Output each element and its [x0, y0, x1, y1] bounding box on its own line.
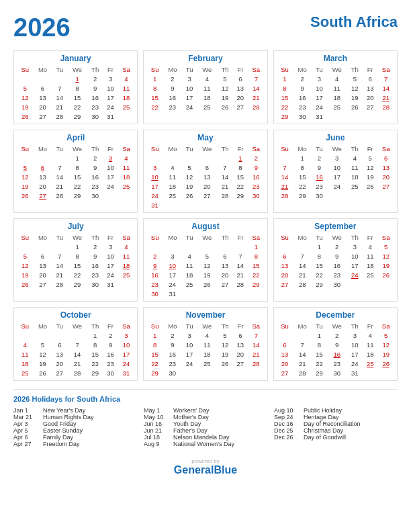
holiday-name: Christmas Day	[304, 427, 343, 434]
cal-day	[34, 242, 52, 251]
cal-day: 11	[17, 349, 34, 359]
weekday-header: Th	[87, 322, 103, 330]
cal-day: 31	[347, 368, 363, 378]
cal-day: 11	[118, 163, 135, 172]
holidays-title: 2026 Holidays for South Africa	[13, 395, 398, 403]
cal-day	[103, 191, 118, 200]
weekday-header: Sa	[118, 144, 135, 153]
cal-day: 31	[146, 200, 163, 210]
cal-day: 5	[34, 340, 52, 349]
month-name: September	[277, 222, 394, 231]
cal-day: 17	[146, 181, 163, 191]
cal-day: 22	[67, 102, 87, 112]
cal-day: 22	[87, 359, 103, 368]
weekday-header: Tu	[312, 65, 327, 74]
holiday-item: May 1Workers' Day	[144, 407, 267, 414]
cal-day: 4	[327, 74, 347, 83]
cal-day	[52, 153, 67, 163]
cal-day: 14	[377, 83, 394, 93]
weekday-header: Su	[277, 65, 293, 74]
cal-day: 1	[67, 153, 87, 163]
holiday-name: Father's Day	[173, 427, 208, 434]
cal-day	[347, 112, 363, 121]
cal-day: 28	[293, 279, 312, 289]
holiday-date: Apr 3	[13, 420, 39, 427]
calendars-grid: JanuarySuMoTuWeThFrSa1234567891011121314…	[13, 50, 398, 381]
cal-day: 8	[312, 251, 327, 261]
weekday-header: Mo	[293, 233, 312, 242]
cal-day: 28	[277, 191, 293, 200]
cal-day: 24	[103, 181, 118, 191]
cal-day: 18	[17, 359, 34, 368]
holiday-date: Apr 27	[13, 441, 39, 447]
cal-day: 17	[182, 349, 197, 359]
cal-day: 16	[87, 93, 103, 102]
cal-day: 25	[197, 102, 217, 112]
holiday-item: Sep 24Heritage Day	[274, 414, 398, 420]
weekday-header: Mo	[293, 322, 312, 330]
cal-day: 17	[103, 93, 118, 102]
holiday-column: Jan 1New Year's DayMar 21Human Rights Da…	[13, 407, 137, 447]
cal-day: 27	[217, 279, 232, 289]
holiday-date: Mar 21	[13, 414, 39, 420]
cal-day: 18	[197, 349, 217, 359]
weekday-header: Th	[217, 65, 232, 74]
weekday-header: Sa	[118, 233, 135, 242]
month-name: May	[146, 133, 264, 142]
weekday-header: Fr	[363, 233, 377, 242]
cal-day: 19	[34, 359, 52, 368]
cal-day: 25	[118, 270, 135, 279]
holiday-item: Mar 21Human Rights Day	[13, 414, 137, 420]
cal-day: 7	[217, 163, 232, 172]
cal-day: 15	[67, 93, 87, 102]
cal-day: 10	[327, 163, 347, 172]
cal-table: SuMoTuWeThFrSa12345678910111213141516171…	[146, 233, 264, 298]
cal-day: 29	[233, 191, 248, 200]
cal-day: 31	[118, 368, 135, 378]
cal-day: 28	[52, 191, 67, 200]
holiday-date: Apr 6	[13, 434, 39, 441]
cal-day: 6	[277, 340, 293, 349]
cal-day	[17, 74, 34, 83]
cal-day: 10	[182, 83, 197, 93]
weekday-header: We	[197, 144, 217, 153]
cal-table: SuMoTuWeThFrSa12345678910111213141516171…	[277, 65, 394, 121]
cal-day: 28	[293, 368, 312, 378]
cal-day: 25	[347, 181, 363, 191]
cal-day: 26	[197, 279, 217, 289]
weekday-header: We	[197, 65, 217, 74]
cal-day: 10	[182, 340, 197, 349]
cal-day: 1	[233, 153, 248, 163]
cal-day: 30	[87, 112, 103, 121]
cal-day: 19	[17, 102, 34, 112]
cal-day: 28	[377, 102, 394, 112]
cal-day: 8	[248, 251, 265, 261]
cal-day: 17	[312, 93, 327, 102]
cal-day: 8	[67, 251, 87, 261]
weekday-header: Sa	[248, 65, 265, 74]
cal-day: 14	[52, 93, 67, 102]
cal-day: 19	[197, 270, 217, 279]
cal-day: 22	[67, 270, 87, 279]
weekday-header: We	[197, 233, 217, 242]
cal-day: 30	[103, 368, 118, 378]
cal-day: 31	[103, 112, 118, 121]
cal-day: 27	[233, 359, 248, 368]
country-title: South Africa	[310, 13, 398, 31]
cal-day: 24	[347, 270, 363, 279]
weekday-header: We	[327, 322, 347, 330]
cal-day: 29	[277, 112, 293, 121]
cal-day: 24	[327, 181, 347, 191]
cal-day: 31	[312, 112, 327, 121]
cal-day: 22	[146, 359, 163, 368]
cal-day: 19	[17, 270, 34, 279]
cal-day	[217, 368, 232, 378]
cal-day: 7	[52, 251, 67, 261]
weekday-header: Tu	[52, 233, 67, 242]
month-block-february: FebruarySuMoTuWeThFrSa123456789101112131…	[143, 50, 267, 124]
holiday-item: Jun 16Youth Day	[144, 420, 267, 427]
cal-day: 27	[52, 368, 67, 378]
weekday-header: Su	[146, 65, 163, 74]
cal-day: 27	[197, 191, 217, 200]
cal-day: 20	[233, 349, 248, 359]
